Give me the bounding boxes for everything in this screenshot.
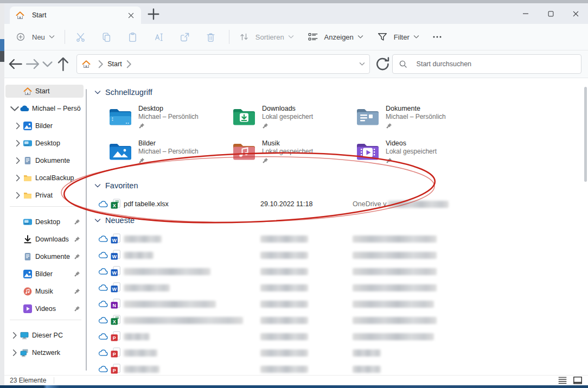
sidebar-item-videos[interactable]: Videos xyxy=(5,302,84,315)
sidebar-item-privat[interactable]: Privat xyxy=(5,189,84,202)
expander-icon[interactable] xyxy=(13,305,23,313)
recent-file-row[interactable]: P xyxy=(87,329,580,345)
view-button[interactable]: Anzeigen xyxy=(303,29,368,44)
maximize-button[interactable] xyxy=(538,3,563,24)
refresh-button[interactable] xyxy=(375,56,391,72)
tab-bar: Start xyxy=(4,3,588,24)
address-dropdown-icon[interactable] xyxy=(359,62,365,66)
expander-icon[interactable] xyxy=(13,218,23,226)
tile-downloads[interactable]: Downloads Lokal gespeichert xyxy=(232,105,356,135)
expander-icon[interactable] xyxy=(13,139,23,147)
section-header-quick-access[interactable]: Schnellzugriff xyxy=(94,87,152,98)
cut-button[interactable] xyxy=(70,28,94,46)
forward-button[interactable] xyxy=(25,56,41,72)
tile-desktop[interactable]: Desktop Michael – Persönlich xyxy=(108,105,232,135)
close-button[interactable] xyxy=(563,3,588,24)
expander-icon[interactable] xyxy=(13,122,23,130)
section-header-recent[interactable]: Neueste xyxy=(94,215,135,226)
copy-button[interactable] xyxy=(96,28,120,46)
recent-file-row[interactable]: W xyxy=(87,231,580,247)
sidebar-item-dokumente[interactable]: Dokumente xyxy=(5,154,84,167)
tab-start[interactable]: Start xyxy=(10,7,141,24)
tile-musik[interactable]: Musik Lokal gespeichert xyxy=(232,139,356,169)
svg-text:X: X xyxy=(113,203,116,208)
minimize-button[interactable] xyxy=(513,3,538,24)
rename-button[interactable] xyxy=(148,28,172,46)
expander-icon[interactable] xyxy=(13,192,23,199)
downloads-icon xyxy=(23,235,33,244)
chevron-right-icon xyxy=(126,60,132,69)
redacted-location xyxy=(353,317,437,324)
new-button[interactable]: Neu xyxy=(11,29,60,44)
thumbnail-view-button[interactable] xyxy=(573,376,583,385)
svg-text:W: W xyxy=(112,254,117,259)
search-box[interactable] xyxy=(392,54,581,74)
expander-icon[interactable] xyxy=(10,349,20,357)
new-tab-button[interactable] xyxy=(146,7,161,21)
sort-button[interactable]: Sortieren xyxy=(234,29,299,44)
sidebar-item-dieser-pc[interactable]: Dieser PC xyxy=(5,329,84,342)
back-button[interactable] xyxy=(8,56,23,72)
sidebar-item-musik[interactable]: Musik xyxy=(5,285,84,298)
pictures-icon xyxy=(23,122,33,130)
expander-icon[interactable] xyxy=(10,332,20,339)
recent-file-row[interactable]: W xyxy=(87,280,580,296)
paste-button[interactable] xyxy=(122,28,146,46)
tile-bilder[interactable]: Bilder Michael – Persönlich xyxy=(108,139,232,169)
recent-file-row[interactable]: W xyxy=(87,264,580,280)
expander-icon[interactable] xyxy=(13,253,23,260)
sidebar-item-desktop[interactable]: Desktop xyxy=(5,215,84,228)
folder-pictures-icon xyxy=(108,140,132,162)
address-bar[interactable]: Start xyxy=(76,54,370,74)
sidebar-item-bilder[interactable]: Bilder xyxy=(5,268,84,281)
recent-file-row[interactable]: N xyxy=(87,296,580,313)
search-input[interactable] xyxy=(416,60,576,68)
recent-file-row[interactable]: W xyxy=(87,247,580,264)
more-options-button[interactable] xyxy=(427,29,450,44)
expander-icon[interactable] xyxy=(13,270,23,278)
expander-icon[interactable] xyxy=(13,288,23,295)
expander-icon[interactable] xyxy=(10,105,20,112)
favorite-file-row[interactable]: X pdf tabelle.xlsx 29.10.2022 11:18 OneD… xyxy=(87,196,580,213)
sidebar-item-localbackup[interactable]: LocalBackup xyxy=(5,171,84,185)
sidebar-item-bilder[interactable]: Bilder xyxy=(5,119,84,132)
sidebar-item-michael-persö[interactable]: Michael – Persö xyxy=(5,102,84,115)
filter-button[interactable]: Filter xyxy=(373,29,424,44)
cut-icon xyxy=(75,32,86,42)
file-name[interactable]: pdf tabelle.xlsx xyxy=(124,200,169,208)
statusbar-divider xyxy=(54,377,54,384)
sidebar-item-netzwerk[interactable]: Netzwerk xyxy=(5,346,84,359)
documents-icon xyxy=(23,252,33,261)
redacted-file-name xyxy=(124,366,159,373)
share-icon xyxy=(180,32,190,42)
tab-title: Start xyxy=(32,11,120,19)
pin-icon xyxy=(138,123,145,129)
tile-dokumente[interactable]: Dokumente Michael – Persönlich xyxy=(356,105,480,135)
section-header-favorites[interactable]: Favoriten xyxy=(94,180,138,191)
expander-icon[interactable] xyxy=(13,174,23,182)
content-scrollbar[interactable] xyxy=(584,87,587,182)
delete-button[interactable] xyxy=(200,28,224,46)
redacted-file-name xyxy=(124,284,170,291)
sidebar-item-desktop[interactable]: Desktop xyxy=(5,137,84,150)
svg-text:W: W xyxy=(112,270,117,276)
sidebar-item-downloads[interactable]: Downloads xyxy=(5,233,84,246)
recent-file-row[interactable]: X xyxy=(87,313,580,329)
list-view-button[interactable] xyxy=(558,376,567,385)
tab-close-button[interactable] xyxy=(125,9,137,21)
sidebar-item-start[interactable]: Start xyxy=(5,85,84,98)
sidebar-divider xyxy=(10,206,81,207)
recent-file-row[interactable]: P xyxy=(87,361,580,375)
tile-videos[interactable]: Videos Lokal gespeichert xyxy=(356,139,480,169)
share-button[interactable] xyxy=(174,28,198,46)
expander-icon[interactable] xyxy=(13,236,23,243)
svg-text:P: P xyxy=(113,352,116,357)
breadcrumb-start[interactable]: Start xyxy=(107,60,122,68)
recent-locations-button[interactable] xyxy=(42,56,53,72)
sidebar-item-dokumente[interactable]: Dokumente xyxy=(5,250,84,263)
expander-icon[interactable] xyxy=(13,87,23,95)
expander-icon[interactable] xyxy=(13,157,23,164)
folder-downloads-icon xyxy=(232,105,256,127)
recent-file-row[interactable]: P xyxy=(87,345,580,361)
up-button[interactable] xyxy=(55,56,71,72)
